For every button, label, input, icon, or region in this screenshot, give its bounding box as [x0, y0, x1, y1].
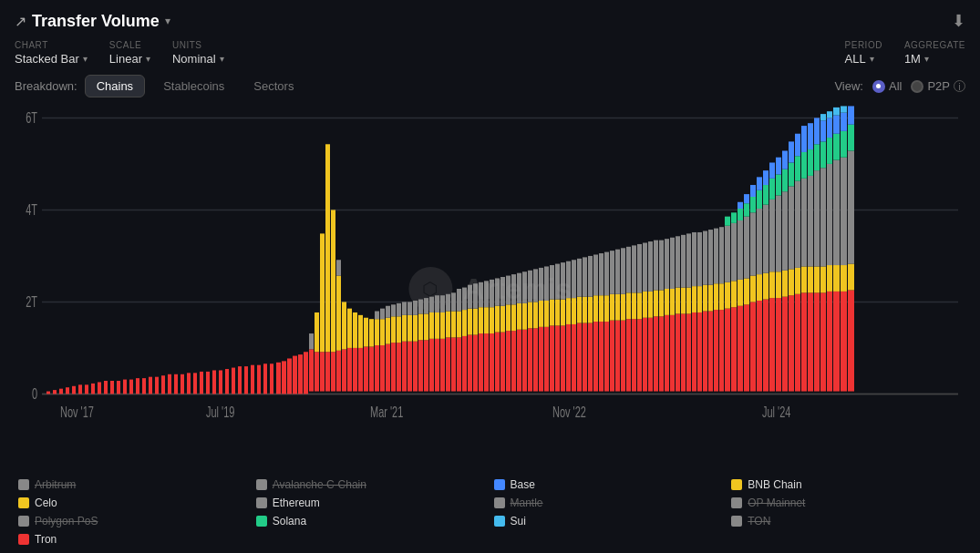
svg-rect-183 [561, 325, 565, 391]
svg-rect-48 [263, 364, 267, 394]
svg-rect-347 [820, 266, 826, 292]
svg-rect-165 [528, 328, 532, 391]
svg-rect-307 [769, 271, 775, 298]
svg-rect-144 [490, 333, 494, 391]
svg-rect-339 [808, 149, 813, 176]
period-chevron-icon: ▾ [870, 54, 874, 64]
svg-rect-79 [369, 346, 374, 391]
svg-rect-135 [473, 335, 478, 392]
svg-rect-295 [750, 185, 756, 197]
svg-rect-137 [473, 283, 478, 308]
legend-color-sui [494, 516, 505, 527]
svg-rect-305 [763, 170, 769, 185]
svg-rect-353 [827, 265, 832, 292]
svg-rect-284 [738, 209, 743, 220]
view-p2p-option[interactable]: P2P i [911, 79, 965, 93]
svg-rect-78 [364, 318, 368, 347]
legend-color-mantle [494, 497, 505, 508]
svg-rect-297 [757, 274, 762, 301]
svg-rect-161 [517, 273, 521, 303]
svg-rect-34 [174, 374, 178, 394]
svg-rect-107 [418, 300, 423, 314]
svg-rect-318 [782, 191, 788, 271]
svg-rect-357 [827, 111, 832, 118]
svg-rect-38 [200, 372, 203, 394]
svg-rect-111 [429, 339, 434, 392]
legend-color-ton [731, 516, 742, 527]
svg-rect-53 [293, 356, 297, 394]
svg-rect-142 [484, 307, 489, 333]
svg-rect-187 [566, 298, 571, 324]
svg-rect-102 [413, 342, 418, 392]
svg-rect-203 [593, 254, 598, 295]
chart-area: ⬡ Artemis 6T 4T 2T 0 Nov '17 Jul '19 M [15, 105, 965, 473]
svg-rect-277 [731, 307, 737, 391]
svg-rect-206 [599, 253, 603, 295]
svg-rect-150 [500, 333, 505, 392]
svg-rect-213 [615, 321, 620, 392]
download-button[interactable]: ⬇ [952, 11, 965, 31]
svg-rect-293 [750, 212, 756, 275]
svg-rect-151 [500, 306, 505, 333]
svg-rect-336 [808, 292, 813, 391]
svg-rect-251 [681, 235, 686, 288]
svg-rect-190 [572, 298, 576, 324]
units-label: UNITS [172, 40, 224, 50]
aggregate-chevron-icon: ▾ [924, 54, 929, 64]
svg-rect-260 [697, 232, 702, 286]
svg-rect-96 [402, 342, 407, 392]
svg-rect-286 [744, 304, 749, 391]
svg-rect-72 [347, 309, 352, 348]
svg-rect-117 [440, 339, 445, 392]
aggregate-dropdown[interactable]: 1M ▾ [904, 52, 965, 66]
svg-rect-29 [142, 378, 146, 394]
svg-rect-298 [757, 209, 762, 274]
svg-rect-42 [225, 369, 229, 394]
svg-rect-296 [757, 301, 762, 392]
svg-rect-282 [738, 280, 743, 306]
breakdown-row: Breakdown: Chains Stablecoins Sectors Vi… [15, 75, 965, 97]
breakdown-chains-button[interactable]: Chains [85, 75, 145, 97]
svg-rect-248 [676, 236, 680, 287]
svg-rect-58 [315, 352, 319, 391]
svg-rect-171 [539, 327, 543, 392]
svg-rect-105 [418, 340, 423, 391]
svg-rect-93 [397, 343, 401, 391]
svg-rect-160 [517, 303, 521, 330]
units-dropdown[interactable]: Nominal ▾ [172, 52, 224, 66]
svg-rect-106 [418, 313, 423, 340]
svg-rect-141 [484, 333, 489, 391]
svg-rect-20 [85, 384, 88, 394]
svg-rect-116 [435, 295, 439, 312]
legend-item-ton: TON [731, 515, 962, 527]
svg-rect-227 [637, 244, 642, 292]
p2p-info-icon[interactable]: i [954, 80, 965, 92]
svg-rect-180 [555, 325, 560, 391]
breakdown-stablecoins-button[interactable]: Stablecoins [152, 76, 235, 97]
svg-rect-166 [528, 302, 532, 328]
svg-rect-134 [468, 285, 472, 309]
svg-rect-327 [795, 268, 800, 294]
svg-rect-110 [424, 298, 428, 313]
svg-rect-252 [686, 313, 691, 391]
svg-rect-86 [380, 309, 385, 320]
breakdown-sectors-button[interactable]: Sectors [242, 76, 304, 97]
period-dropdown[interactable]: ALL ▾ [845, 52, 882, 66]
svg-rect-270 [719, 310, 724, 391]
svg-rect-73 [353, 348, 357, 392]
svg-rect-153 [506, 331, 511, 391]
svg-rect-164 [522, 271, 527, 303]
view-p2p-label: P2P [927, 79, 950, 93]
svg-rect-176 [544, 266, 549, 301]
svg-rect-333 [801, 179, 807, 267]
title-chevron-icon[interactable]: ▾ [165, 15, 170, 27]
scale-dropdown[interactable]: Linear ▾ [109, 52, 150, 66]
svg-rect-279 [731, 223, 737, 281]
svg-rect-317 [782, 271, 788, 297]
svg-rect-230 [643, 243, 647, 292]
svg-rect-363 [833, 108, 840, 116]
controls-row: CHART Stacked Bar ▾ SCALE Linear ▾ UNITS… [15, 40, 965, 66]
legend-label-tron: Tron [35, 533, 57, 546]
chart-dropdown[interactable]: Stacked Bar ▾ [15, 52, 88, 66]
view-all-option[interactable]: All [872, 79, 902, 93]
